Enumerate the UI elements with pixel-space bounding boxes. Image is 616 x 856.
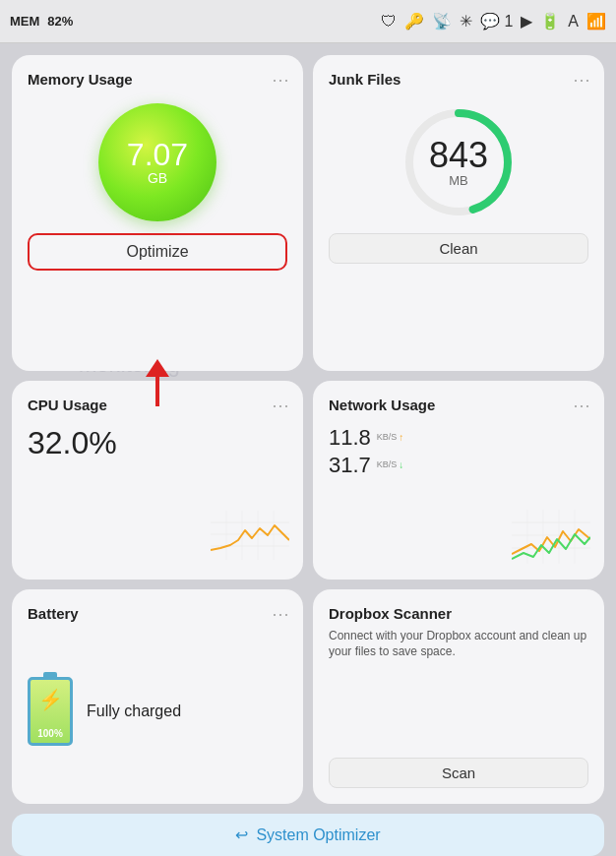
status-icons: 🛡 🔑 📡 ✳ 💬 1 ▶ 🔋 A 📶 <box>381 12 606 31</box>
memory-card: Memory Usage ⋯ 7.07 GB Optimize <box>12 55 303 371</box>
download-unit: KB/S <box>377 459 398 471</box>
memory-value: 7.07 <box>127 139 188 170</box>
cpu-title: CPU Usage <box>28 397 107 413</box>
chat-icon: 💬 1 <box>480 12 513 31</box>
network-menu-icon[interactable]: ⋯ <box>573 395 590 416</box>
battery-status: Fully charged <box>87 703 181 720</box>
cpu-graph <box>211 511 289 560</box>
dropbox-title: Dropbox Scanner <box>329 605 452 622</box>
network-upload-meta: KB/S ↑ <box>377 432 404 444</box>
optimize-btn-wrapper[interactable]: Optimize <box>28 233 287 271</box>
svg-marker-1 <box>146 359 169 377</box>
network-download-row: 31.7 KB/S ↓ <box>329 453 588 478</box>
download-value: 31.7 <box>329 453 371 478</box>
system-optimizer-label: System Optimizer <box>256 826 380 844</box>
optimize-button[interactable]: Optimize <box>30 235 285 269</box>
battery-content: ⚡ 100% Fully charged <box>28 677 287 746</box>
junk-menu-icon[interactable]: ⋯ <box>573 69 590 91</box>
junk-ring-svg <box>400 103 518 221</box>
cpu-value: 32.0% <box>28 425 287 461</box>
status-bar: MEM82% 🛡 🔑 📡 ✳ 💬 1 ▶ 🔋 A 📶 <box>0 0 616 43</box>
battery-bolt-icon: ⚡ <box>38 688 63 711</box>
upload-arrow-icon: ↑ <box>399 432 403 444</box>
memory-circle: 7.07 GB <box>98 103 216 221</box>
wifi-icon: 📶 <box>586 12 606 31</box>
battery-title: Battery <box>28 605 79 622</box>
battery-card: ⋯ Battery ⚡ 100% Fully charged <box>12 589 303 804</box>
mem-label: MEM <box>10 14 39 29</box>
memory-menu-icon[interactable]: ⋯ <box>272 69 289 91</box>
download-arrow-icon: ↓ <box>399 459 403 471</box>
network-graph <box>512 510 590 564</box>
shield-icon: 🛡 <box>381 13 397 31</box>
junk-circle-container: 843 MB <box>400 103 518 221</box>
spinner-icon: ✳ <box>460 12 472 31</box>
key-icon: 🔑 <box>404 12 424 31</box>
dropbox-description: Connect with your Dropbox account and cl… <box>329 628 588 750</box>
battery-menu-icon[interactable]: ⋯ <box>272 603 289 625</box>
main-grid: Memory Usage ⋯ 7.07 GB Optimize Junk Fil… <box>12 55 604 804</box>
upload-value: 11.8 <box>329 425 371 451</box>
dropbox-card: Dropbox Scanner Connect with your Dropbo… <box>313 589 604 804</box>
play-icon: ▶ <box>521 12 532 31</box>
cast-icon: 📡 <box>432 12 452 31</box>
network-title: Network Usage <box>329 397 435 413</box>
junk-title: Junk Files <box>329 71 400 88</box>
battery-icon: ⚡ 100% <box>28 677 73 746</box>
clean-button[interactable]: Clean <box>329 233 588 264</box>
mem-value: 82% <box>47 14 73 29</box>
font-icon: A <box>568 13 579 31</box>
optimizer-icon: ↩ <box>235 825 248 844</box>
scan-button[interactable]: Scan <box>329 758 588 788</box>
network-upload-row: 11.8 KB/S ↑ <box>329 425 588 451</box>
junk-card: Junk Files ⋯ 843 MB Clean <box>313 55 604 371</box>
status-memory: MEM82% <box>10 14 73 29</box>
app-container: monitoring Memory Usage ⋯ 7.07 GB Optimi… <box>0 43 616 856</box>
memory-unit: GB <box>148 170 167 186</box>
cpu-menu-icon[interactable]: ⋯ <box>272 395 289 416</box>
battery-charging-icon: 🔋 <box>540 12 560 31</box>
system-optimizer-bar[interactable]: ↩ System Optimizer <box>12 814 604 856</box>
upload-unit: KB/S <box>377 432 398 444</box>
network-download-meta: KB/S ↓ <box>377 459 404 471</box>
battery-percent: 100% <box>37 728 63 739</box>
red-arrow-annotation <box>138 359 177 412</box>
memory-title: Memory Usage <box>28 71 133 88</box>
network-card: Network Usage ⋯ 11.8 KB/S ↑ 31.7 <box>313 381 604 579</box>
